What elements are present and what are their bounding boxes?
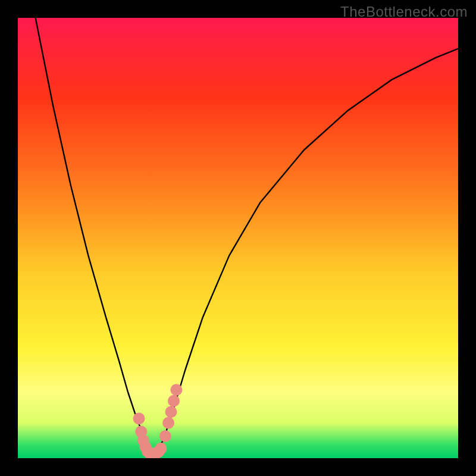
highlight-dot (159, 430, 171, 442)
highlight-dot (162, 417, 174, 429)
highlight-dot (168, 395, 180, 407)
chart-area (18, 18, 458, 458)
highlight-dot (133, 412, 145, 424)
watermark-text: TheBottleneck.com (340, 4, 468, 20)
highlight-dot (170, 384, 182, 396)
highlight-dot (165, 406, 177, 418)
bottleneck-curve (36, 18, 458, 454)
highlight-dot (155, 443, 167, 455)
chart-svg (18, 18, 458, 458)
